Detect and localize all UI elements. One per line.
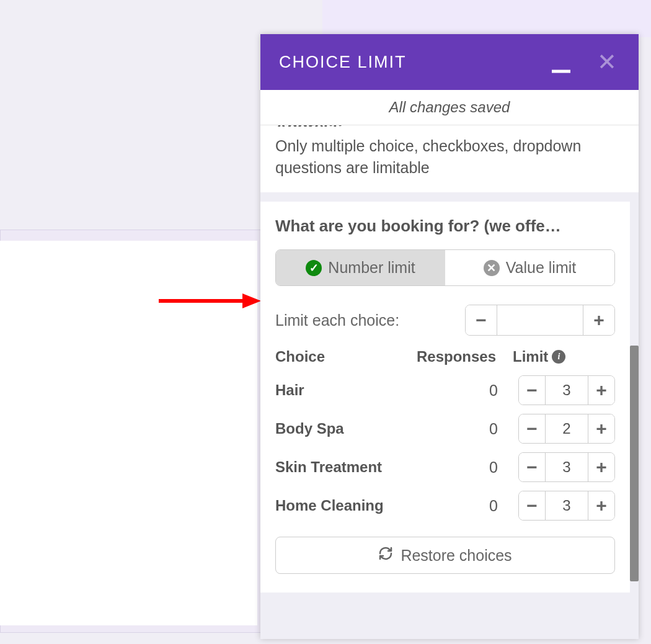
background-strip <box>322 0 651 37</box>
limit-input[interactable] <box>545 453 588 481</box>
number-limit-tab[interactable]: ✓ Number limit <box>276 250 445 285</box>
choice-responses: 0 <box>457 420 513 438</box>
limit-each-label: Limit each choice: <box>275 311 399 329</box>
info-section: Address Only multiple choice, checkboxes… <box>260 125 639 192</box>
decrement-button[interactable]: − <box>519 453 545 481</box>
table-row: Home Cleaning 0 − + <box>275 491 615 521</box>
table-row: Body Spa 0 − + <box>275 414 615 444</box>
save-status: All changes saved <box>260 90 639 125</box>
previous-question-heading: Address <box>275 125 624 127</box>
panel-title: CHOICE LIMIT <box>279 53 407 72</box>
refresh-icon <box>378 546 393 565</box>
panel-header: CHOICE LIMIT ✕ <box>260 34 639 90</box>
number-limit-label: Number limit <box>328 259 415 277</box>
limit-each-decrement[interactable]: − <box>466 305 497 335</box>
increment-button[interactable]: + <box>588 414 614 443</box>
limit-input[interactable] <box>545 376 588 405</box>
panel-scroll-area[interactable]: Address Only multiple choice, checkboxes… <box>260 125 639 639</box>
decrement-button[interactable]: − <box>519 414 545 443</box>
header-responses: Responses <box>417 348 513 365</box>
value-limit-label: Value limit <box>506 259 576 277</box>
limit-each-increment[interactable]: + <box>583 305 614 335</box>
table-row: Skin Treatment 0 − + <box>275 452 615 482</box>
info-icon[interactable]: i <box>552 350 565 364</box>
choice-limit-stepper: − + <box>518 491 615 521</box>
limit-each-row: Limit each choice: − + <box>275 305 615 336</box>
scrollbar-thumb[interactable] <box>630 346 639 581</box>
background-panel-left-inner <box>0 241 257 625</box>
limit-type-segmented: ✓ Number limit ✕ Value limit <box>275 249 615 286</box>
limit-each-input[interactable] <box>497 305 583 335</box>
help-text: Only multiple choice, checkboxes, dropdo… <box>275 135 624 179</box>
choice-limit-stepper: − + <box>518 414 615 444</box>
choice-responses: 0 <box>457 458 513 476</box>
restore-choices-button[interactable]: Restore choices <box>275 537 615 574</box>
header-limit-text: Limit <box>513 348 548 365</box>
decrement-button[interactable]: − <box>519 491 545 520</box>
choice-responses: 0 <box>457 382 513 400</box>
increment-button[interactable]: + <box>588 491 614 520</box>
x-circle-icon: ✕ <box>484 260 500 276</box>
question-limit-section: What are you booking for? (we offe… ✓ Nu… <box>260 202 630 593</box>
value-limit-tab[interactable]: ✕ Value limit <box>445 250 614 285</box>
header-choice: Choice <box>275 348 417 365</box>
check-circle-icon: ✓ <box>306 260 322 276</box>
minimize-button[interactable] <box>552 70 570 73</box>
limit-input[interactable] <box>545 491 588 520</box>
increment-button[interactable]: + <box>588 376 614 405</box>
limit-input[interactable] <box>545 414 588 443</box>
restore-choices-label: Restore choices <box>401 547 512 565</box>
choice-name: Body Spa <box>275 420 457 437</box>
decrement-button[interactable]: − <box>519 376 545 405</box>
choice-name: Home Cleaning <box>275 497 457 514</box>
table-header: Choice Responses Limit i <box>275 348 615 365</box>
choice-name: Skin Treatment <box>275 458 457 476</box>
table-row: Hair 0 − + <box>275 375 615 405</box>
choice-limit-panel: CHOICE LIMIT ✕ All changes saved Address… <box>260 34 639 639</box>
increment-button[interactable]: + <box>588 453 614 481</box>
header-limit: Limit i <box>513 348 615 365</box>
choice-limit-stepper: − + <box>518 452 615 482</box>
limit-each-stepper: − + <box>465 305 615 336</box>
question-title: What are you booking for? (we offe… <box>275 217 615 236</box>
choice-limit-stepper: − + <box>518 375 615 405</box>
choice-name: Hair <box>275 382 457 399</box>
close-button[interactable]: ✕ <box>597 50 617 74</box>
choice-responses: 0 <box>457 497 513 515</box>
